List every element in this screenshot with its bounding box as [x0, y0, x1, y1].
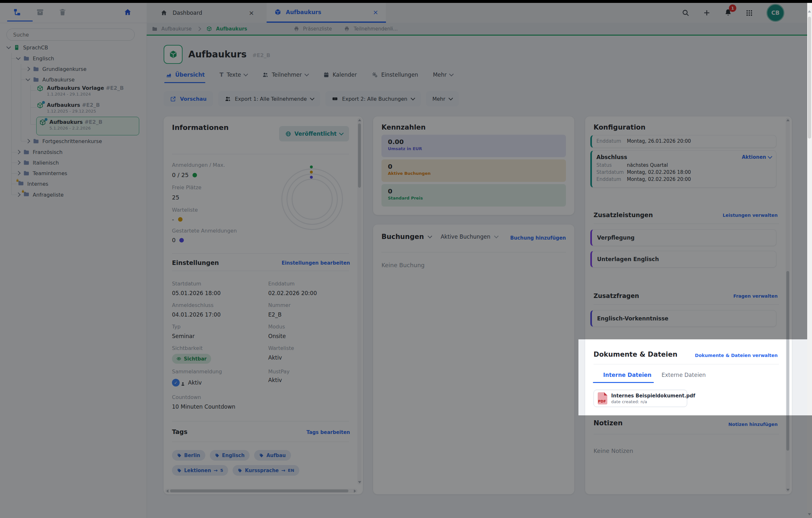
external-link-icon [170, 96, 176, 102]
aktionen-dropdown[interactable]: Aktionen [742, 154, 772, 160]
chevron-down-icon [448, 96, 453, 100]
tag-lektionen[interactable]: Lektionen → 5 [172, 465, 228, 476]
zusatzleistung-item[interactable]: Verpflegung [590, 229, 776, 246]
tree-item-course[interactable]: Aufbaukurs Vorlage #E2_B 1.1.2024 - 29.1… [36, 85, 124, 96]
folder-icon [33, 66, 39, 72]
trash-icon[interactable] [58, 8, 67, 18]
tag-englisch[interactable]: Englisch [210, 450, 250, 461]
tree-item-folder[interactable]: Grundlagenkurse [26, 63, 86, 74]
notifications-bell[interactable]: 1 [724, 8, 732, 18]
tab-aufbaukurs-active[interactable]: Aufbaukurs × [267, 3, 386, 23]
tab-label: Dashboard [173, 10, 202, 16]
fragen-verwalten-link[interactable]: Fragen verwalten [733, 294, 778, 299]
search-input[interactable] [6, 29, 135, 41]
tree-item-folder[interactable]: Fortgeschrittenenkurse [26, 136, 102, 147]
breadcrumb-action[interactable]: Präsenzliste [303, 26, 332, 32]
tree-item-folder-locked[interactable]: Internes [18, 178, 49, 189]
tag-label: Berlin [184, 453, 200, 458]
field-value: Seminar [172, 333, 195, 339]
folder-icon [23, 170, 30, 176]
chevron-right-icon[interactable] [16, 160, 21, 165]
export2-button[interactable]: Export 2: Alle Buchungen [325, 91, 420, 106]
search-icon[interactable] [682, 9, 690, 17]
page-title: Aufbaukurs [188, 49, 247, 60]
chevron-right-icon[interactable] [16, 150, 21, 154]
tree-item-folder-locked[interactable]: Anfrageliste [17, 189, 63, 200]
avatar[interactable]: CB [766, 4, 784, 22]
export1-button[interactable]: Export 1: Alle Teilnehmende [218, 91, 320, 106]
tab-texte[interactable]: T Texte [220, 71, 248, 78]
tag-aufbau[interactable]: Aufbau [254, 450, 291, 461]
config-item-partial[interactable]: EnddatumMontag, 26.01.2026 20:00 [590, 135, 776, 148]
buchungen-filter[interactable]: Aktive Buchungen [440, 234, 490, 240]
leistungen-verwalten-link[interactable]: Leistungen verwalten [723, 213, 778, 218]
file-card[interactable]: PDF Internes Beispieldokument.pdf date c… [593, 390, 687, 407]
tag-label: Englisch [222, 453, 244, 458]
tab-teilnehmer[interactable]: Teilnehmer [262, 71, 308, 78]
chevron-right-icon[interactable] [16, 192, 21, 197]
chevron-right-icon[interactable] [26, 139, 30, 143]
buchung-hinzufuegen-link[interactable]: Buchung hinzufügen [510, 235, 566, 241]
tree-item-folder[interactable]: Teaminternes [17, 168, 67, 179]
close-icon[interactable]: × [373, 8, 378, 16]
tree-view-icon[interactable] [13, 8, 21, 18]
breadcrumb-action[interactable]: Teilnehmendenli… [353, 26, 398, 32]
chevron-right-icon[interactable] [26, 67, 30, 71]
zusatzfrage-item[interactable]: Englisch-Vorkenntnisse [590, 310, 776, 327]
tree-item-course[interactable]: Aufbaukurs #E2_B 1.12.2025 - 29.12.2025 [36, 102, 100, 114]
sichtbar-pill: Sichtbar [172, 354, 211, 364]
chevron-right-icon[interactable] [16, 171, 21, 176]
field-label: Typ [172, 324, 181, 330]
card-scrollbar-vertical[interactable] [357, 118, 361, 485]
config-item-abschluss[interactable]: Abschluss Aktionen Statusnächstes Quarta… [590, 150, 776, 188]
plus-icon[interactable] [703, 9, 710, 17]
tab-dashboard[interactable]: Dashboard × [151, 3, 263, 23]
tab-mehr[interactable]: Mehr [433, 71, 453, 78]
mehr-button[interactable]: Mehr [426, 91, 459, 106]
chevron-down-icon[interactable] [428, 234, 432, 238]
pdf-badge: PDF [598, 399, 606, 403]
chevron-down-icon[interactable] [494, 234, 498, 238]
close-icon[interactable]: × [249, 9, 254, 17]
item-title: Abschluss [597, 154, 627, 160]
zusatzleistung-item[interactable]: Unterlagen Englisch [590, 251, 776, 268]
tree-item-org[interactable]: SprachCB [7, 42, 48, 53]
tag-kurssprache[interactable]: Kurssprache → EN [233, 465, 299, 476]
chevron-down-icon[interactable] [6, 44, 11, 49]
dokumente-verwalten-link[interactable]: Dokumente & Dateien verwalten [695, 353, 778, 358]
apps-grid-icon[interactable] [746, 9, 753, 17]
course-dates: 1.12.2025 - 29.12.2025 [47, 109, 100, 114]
tab-uebersicht[interactable]: Übersicht [166, 71, 205, 78]
column-scrollbar[interactable] [786, 118, 790, 492]
tab-kalender[interactable]: Kalender [323, 71, 357, 78]
tag-icon [177, 468, 181, 473]
vorschau-button[interactable]: Vorschau [164, 91, 213, 106]
tab-externe-dateien[interactable]: Externe Dateien [662, 372, 706, 378]
tab-einstellungen[interactable]: Einstellungen [372, 71, 418, 78]
breadcrumb-item-current[interactable]: Aufbaukurs [216, 26, 247, 32]
tree-item-folder[interactable]: Italienisch [17, 157, 59, 168]
chevron-down-icon[interactable] [26, 77, 30, 81]
notizen-hinzufuegen-link[interactable]: Notizen hinzufügen [728, 422, 778, 427]
tag-berlin[interactable]: Berlin [172, 450, 205, 461]
kennzahlen-card: Kennzahlen 0.00 Umsatz in EUR 0 Aktive B… [373, 116, 574, 215]
tree-item-course-selected[interactable]: Aufbaukurs #E2_B 5.1.2026 - 2.2.2026 [39, 119, 102, 130]
tree-item-folder[interactable]: Aufbaukurse [26, 74, 75, 85]
tab-interne-dateien[interactable]: Interne Dateien [603, 372, 651, 378]
folder-icon [23, 55, 30, 62]
field-label: Anmeldungen / Max. [172, 162, 225, 168]
chevron-down-icon[interactable] [16, 56, 21, 60]
page-scrollbar[interactable] [807, 0, 812, 518]
tree-item-folder[interactable]: Französisch [17, 147, 63, 157]
tags-bearbeiten-link[interactable]: Tags bearbeiten [307, 429, 350, 435]
tree-item-folder[interactable]: Englisch [17, 53, 54, 64]
breadcrumb-item[interactable]: Aufbaukurse [162, 26, 192, 32]
pdf-icon: PDF [598, 392, 607, 404]
app-screen: SprachCB Englisch Grundlagenkurse Aufbau… [0, 0, 812, 518]
status-dropdown[interactable]: Veröffentlicht [279, 126, 349, 142]
archive-icon[interactable] [36, 8, 44, 18]
card-scrollbar-horizontal[interactable] [165, 489, 357, 493]
tag-icon [259, 453, 264, 458]
einstellungen-bearbeiten-link[interactable]: Einstellungen bearbeiten [282, 260, 350, 266]
home-icon[interactable] [123, 8, 132, 18]
